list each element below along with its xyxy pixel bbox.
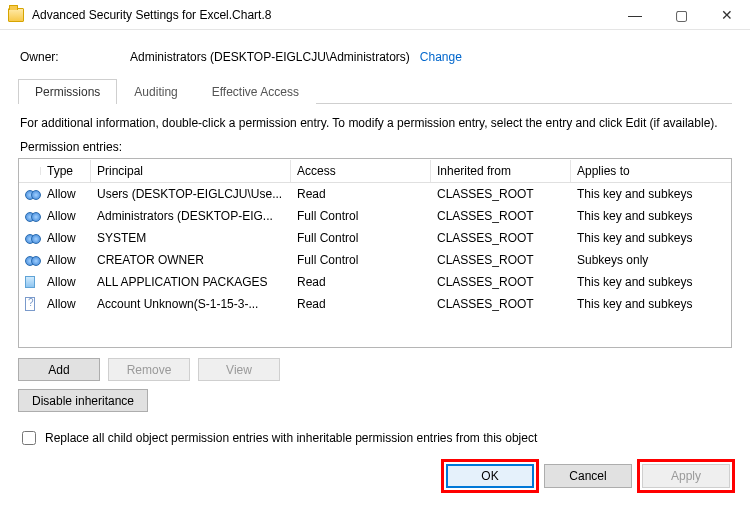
tab-permissions[interactable]: Permissions xyxy=(18,79,117,104)
remove-button: Remove xyxy=(108,358,190,381)
cell-access: Read xyxy=(291,185,431,203)
inheritance-row: Disable inheritance xyxy=(18,387,732,418)
table-row[interactable]: AllowCREATOR OWNERFull ControlCLASSES_RO… xyxy=(19,249,731,271)
cell-access: Full Control xyxy=(291,207,431,225)
principal-icon xyxy=(19,207,41,225)
cell-inherited: CLASSES_ROOT xyxy=(431,207,571,225)
cell-type: Allow xyxy=(41,207,91,225)
cell-principal: ALL APPLICATION PACKAGES xyxy=(91,273,291,291)
cell-principal: CREATOR OWNER xyxy=(91,251,291,269)
cell-access: Read xyxy=(291,273,431,291)
replace-checkbox-row: Replace all child object permission entr… xyxy=(18,418,732,460)
apply-button: Apply xyxy=(642,464,730,488)
owner-value: Administrators (DESKTOP-EIGLCJU\Administ… xyxy=(130,50,410,64)
cell-principal: Users (DESKTOP-EIGLCJU\Use... xyxy=(91,185,291,203)
view-button: View xyxy=(198,358,280,381)
entry-buttons: Add Remove View xyxy=(18,348,732,387)
table-row[interactable]: AllowSYSTEMFull ControlCLASSES_ROOTThis … xyxy=(19,227,731,249)
tabstrip: Permissions Auditing Effective Access xyxy=(18,78,732,104)
cell-principal: SYSTEM xyxy=(91,229,291,247)
owner-row: Owner: Administrators (DESKTOP-EIGLCJU\A… xyxy=(18,42,732,78)
dialog-footer: OK Cancel Apply xyxy=(18,460,732,488)
cell-applies: This key and subkeys xyxy=(571,273,731,291)
replace-children-label: Replace all child object permission entr… xyxy=(45,431,537,445)
cell-type: Allow xyxy=(41,273,91,291)
principal-icon xyxy=(19,274,41,290)
cell-principal: Account Unknown(S-1-15-3-... xyxy=(91,295,291,313)
cell-inherited: CLASSES_ROOT xyxy=(431,273,571,291)
cell-access: Read xyxy=(291,295,431,313)
titlebar: Advanced Security Settings for Excel.Cha… xyxy=(0,0,750,30)
col-inherited[interactable]: Inherited from xyxy=(431,160,571,182)
cell-inherited: CLASSES_ROOT xyxy=(431,229,571,247)
tab-effective-access[interactable]: Effective Access xyxy=(195,79,316,104)
disable-inheritance-button[interactable]: Disable inheritance xyxy=(18,389,148,412)
table-row[interactable]: AllowAdministrators (DESKTOP-EIG...Full … xyxy=(19,205,731,227)
window-title: Advanced Security Settings for Excel.Cha… xyxy=(32,8,271,22)
cell-access: Full Control xyxy=(291,251,431,269)
cell-inherited: CLASSES_ROOT xyxy=(431,185,571,203)
col-principal[interactable]: Principal xyxy=(91,160,291,182)
change-owner-link[interactable]: Change xyxy=(420,50,462,64)
cell-applies: This key and subkeys xyxy=(571,229,731,247)
cell-type: Allow xyxy=(41,229,91,247)
dialog-content: Owner: Administrators (DESKTOP-EIGLCJU\A… xyxy=(0,30,750,498)
cell-applies: This key and subkeys xyxy=(571,185,731,203)
cell-inherited: CLASSES_ROOT xyxy=(431,251,571,269)
cell-access: Full Control xyxy=(291,229,431,247)
col-access[interactable]: Access xyxy=(291,160,431,182)
ok-button[interactable]: OK xyxy=(446,464,534,488)
minimize-button[interactable]: — xyxy=(612,0,658,30)
info-text: For additional information, double-click… xyxy=(18,104,732,140)
owner-label: Owner: xyxy=(20,50,130,64)
folder-icon xyxy=(8,8,24,22)
cell-applies: This key and subkeys xyxy=(571,295,731,313)
table-row[interactable]: AllowALL APPLICATION PACKAGESReadCLASSES… xyxy=(19,271,731,293)
principal-icon xyxy=(19,251,41,269)
close-button[interactable]: ✕ xyxy=(704,0,750,30)
col-applies[interactable]: Applies to xyxy=(571,160,731,182)
cancel-button[interactable]: Cancel xyxy=(544,464,632,488)
cell-type: Allow xyxy=(41,295,91,313)
permission-entries-label: Permission entries: xyxy=(18,140,732,158)
principal-icon xyxy=(19,295,41,313)
cell-applies: Subkeys only xyxy=(571,251,731,269)
permission-entries-grid[interactable]: Type Principal Access Inherited from App… xyxy=(18,158,732,348)
table-row[interactable]: AllowUsers (DESKTOP-EIGLCJU\Use...ReadCL… xyxy=(19,183,731,205)
cell-applies: This key and subkeys xyxy=(571,207,731,225)
maximize-button[interactable]: ▢ xyxy=(658,0,704,30)
col-type[interactable]: Type xyxy=(41,160,91,182)
cell-principal: Administrators (DESKTOP-EIG... xyxy=(91,207,291,225)
cell-type: Allow xyxy=(41,185,91,203)
add-button[interactable]: Add xyxy=(18,358,100,381)
table-row[interactable]: AllowAccount Unknown(S-1-15-3-...ReadCLA… xyxy=(19,293,731,315)
grid-header: Type Principal Access Inherited from App… xyxy=(19,159,731,183)
cell-type: Allow xyxy=(41,251,91,269)
principal-icon xyxy=(19,185,41,203)
replace-children-checkbox[interactable] xyxy=(22,431,36,445)
principal-icon xyxy=(19,229,41,247)
cell-inherited: CLASSES_ROOT xyxy=(431,295,571,313)
tab-auditing[interactable]: Auditing xyxy=(117,79,194,104)
